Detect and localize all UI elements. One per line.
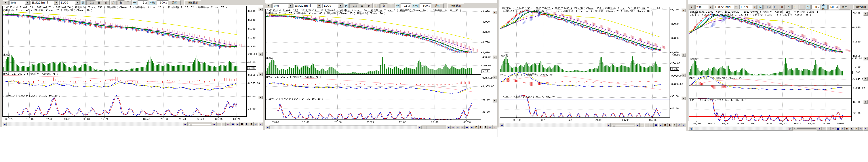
stoch-axis-label: 35.00 bbox=[853, 112, 861, 114]
scroll-left-button[interactable]: ◀ bbox=[2, 122, 7, 126]
fit-width-button[interactable]: ↔ bbox=[460, 125, 465, 129]
close-button[interactable]: × bbox=[682, 123, 686, 127]
pane-collapse-button[interactable]: ▼ bbox=[863, 57, 868, 60]
price-axis-label: 9,100 bbox=[853, 12, 861, 15]
stop-button[interactable]: ■ bbox=[230, 122, 235, 126]
slider-thumb[interactable] bbox=[613, 124, 615, 127]
d-mode-button[interactable]: D bbox=[240, 122, 244, 126]
play-button[interactable]: ▶ bbox=[469, 125, 474, 129]
chart-plot-canvas[interactable] bbox=[686, 0, 868, 137]
pane-collapse-button[interactable]: ▼ bbox=[258, 96, 263, 99]
volume-axis-label: 95.00 bbox=[248, 61, 255, 64]
close-button[interactable]: × bbox=[493, 125, 497, 129]
chart-plot-canvas[interactable] bbox=[497, 0, 686, 137]
pane-collapse-button[interactable]: ▼ bbox=[682, 73, 686, 77]
pane-collapse-button[interactable]: ▼ bbox=[682, 53, 686, 57]
pane-collapse-button[interactable]: ▼ bbox=[863, 12, 868, 16]
time-axis-label: 13:20 bbox=[64, 118, 71, 120]
pane-collapse-button[interactable]: ▼ bbox=[493, 76, 497, 79]
pane-collapse-button[interactable]: ▼ bbox=[258, 52, 263, 56]
zoom-out-button[interactable]: − bbox=[456, 125, 460, 129]
bar-width-slider[interactable] bbox=[793, 127, 817, 131]
slider-thumb[interactable] bbox=[424, 126, 427, 129]
zoom-in-button[interactable]: + bbox=[451, 125, 456, 129]
time-axis-label: 09/05 bbox=[5, 118, 12, 120]
r-mode-button[interactable]: R bbox=[854, 127, 859, 131]
bar-width-slider[interactable] bbox=[422, 125, 446, 129]
l-mode-button[interactable]: L bbox=[668, 123, 672, 127]
bar-width-slider[interactable] bbox=[188, 122, 212, 126]
zoom-in-button[interactable]: + bbox=[217, 122, 221, 126]
pane-collapse-button[interactable]: ▼ bbox=[863, 100, 868, 104]
pane-collapse-button[interactable]: ▼ bbox=[493, 10, 497, 15]
fit-width-button[interactable]: ↔ bbox=[831, 127, 836, 131]
play-button[interactable]: ▶ bbox=[235, 122, 240, 126]
scrollbar-track[interactable] bbox=[7, 122, 183, 126]
stop-button[interactable]: ■ bbox=[836, 127, 840, 131]
zoom-out-button[interactable]: − bbox=[826, 127, 831, 131]
price-axis-label: 8,690 bbox=[483, 51, 490, 54]
l-mode-button[interactable]: L bbox=[849, 127, 854, 131]
step-left-button[interactable]: ◀ bbox=[635, 123, 640, 127]
scroll-left-button[interactable]: ◀ bbox=[265, 125, 270, 129]
scroll-left-button[interactable]: ◀ bbox=[499, 123, 504, 127]
pane-collapse-button[interactable]: ▼ bbox=[682, 97, 686, 100]
pane-collapse-button[interactable]: ▼ bbox=[493, 55, 497, 59]
r-mode-button[interactable]: R bbox=[483, 125, 488, 129]
pane-collapse-button[interactable]: ▼ bbox=[258, 72, 263, 76]
step-left-button[interactable]: ◀ bbox=[212, 122, 217, 126]
pane-collapse-button[interactable]: ▼ bbox=[863, 77, 868, 81]
time-axis-label: 08/31 bbox=[722, 123, 730, 125]
scroll-left-button[interactable]: ◀ bbox=[688, 127, 693, 131]
play-button[interactable]: ▶ bbox=[658, 123, 663, 127]
step-left-button[interactable]: ◀ bbox=[817, 127, 822, 131]
close-button[interactable]: × bbox=[863, 127, 868, 131]
stop-button[interactable]: ■ bbox=[654, 123, 658, 127]
slider-thumb[interactable] bbox=[190, 123, 192, 126]
volume-multiplier-box: × 100 bbox=[852, 71, 861, 74]
zoom-out-button[interactable]: − bbox=[644, 123, 649, 127]
time-axis-label: 08/31 bbox=[540, 119, 548, 121]
time-axis-label: Sep bbox=[568, 119, 572, 121]
play-button[interactable]: ▶ bbox=[840, 127, 845, 131]
magnifier-button[interactable]: ⊕ bbox=[859, 127, 863, 131]
r-mode-button[interactable]: R bbox=[249, 122, 254, 126]
chart-plot-canvas[interactable] bbox=[0, 0, 263, 137]
time-axis-label: 09/05 bbox=[367, 121, 374, 124]
scroll-pager-button[interactable]: ▶ bbox=[788, 127, 793, 131]
scrollbar-track[interactable] bbox=[504, 123, 606, 127]
d-mode-button[interactable]: D bbox=[663, 123, 668, 127]
stop-button[interactable]: ■ bbox=[465, 125, 469, 129]
volume-axis-label: 75.00 bbox=[853, 66, 861, 68]
volume-axis-label: 250.00 bbox=[671, 62, 680, 64]
d-mode-button[interactable]: D bbox=[845, 127, 849, 131]
scroll-pager-button[interactable]: ▶ bbox=[417, 125, 422, 129]
time-axis-label: 08/30 bbox=[693, 123, 701, 125]
r-mode-button[interactable]: R bbox=[672, 123, 677, 127]
slider-thumb[interactable] bbox=[795, 127, 797, 130]
time-axis-label: Sep bbox=[751, 123, 755, 125]
magnifier-button[interactable]: ⊕ bbox=[488, 125, 493, 129]
chart-plot-canvas[interactable] bbox=[263, 0, 497, 137]
fit-width-button[interactable]: ↔ bbox=[649, 123, 654, 127]
bar-width-slider[interactable] bbox=[611, 123, 635, 127]
scrollbar-track[interactable] bbox=[693, 127, 788, 131]
fit-width-button[interactable]: ↔ bbox=[226, 122, 230, 126]
scrollbar-track[interactable] bbox=[270, 125, 417, 129]
close-button[interactable]: × bbox=[258, 122, 263, 126]
step-left-button[interactable]: ◀ bbox=[446, 125, 451, 129]
scroll-pager-button[interactable]: ▶ bbox=[183, 122, 188, 126]
zoom-out-button[interactable]: − bbox=[221, 122, 226, 126]
time-axis-label: 21:20 bbox=[179, 118, 186, 120]
scroll-pager-button[interactable]: ▶ bbox=[606, 123, 611, 127]
l-mode-button[interactable]: L bbox=[244, 122, 249, 126]
magnifier-button[interactable]: ⊕ bbox=[254, 122, 258, 126]
pane-collapse-button[interactable]: ▼ bbox=[258, 7, 263, 11]
magnifier-button[interactable]: ⊕ bbox=[677, 123, 682, 127]
d-mode-button[interactable]: D bbox=[474, 125, 478, 129]
zoom-in-button[interactable]: + bbox=[640, 123, 644, 127]
zoom-in-button[interactable]: + bbox=[822, 127, 826, 131]
pane-collapse-button[interactable]: ▼ bbox=[493, 99, 497, 103]
pane-collapse-button[interactable]: ▼ bbox=[682, 8, 686, 12]
l-mode-button[interactable]: L bbox=[478, 125, 483, 129]
